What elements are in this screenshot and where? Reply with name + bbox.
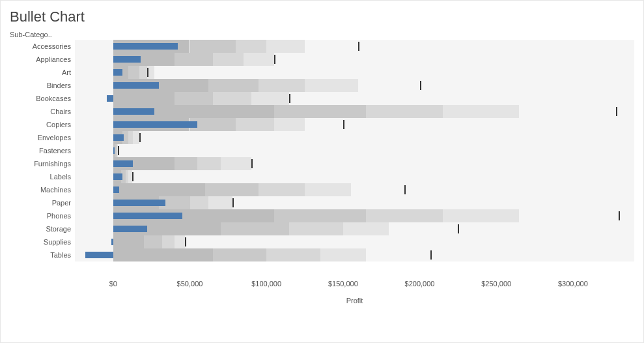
category-label: Storage	[10, 225, 75, 233]
target-marker	[251, 159, 253, 168]
band	[236, 118, 274, 131]
chart-row: Supplies	[10, 235, 634, 248]
target-marker	[619, 211, 620, 220]
band	[266, 248, 320, 261]
value-bar	[113, 134, 124, 141]
chart-row: Tables	[10, 248, 634, 261]
band	[274, 118, 305, 131]
band	[343, 222, 389, 235]
band	[213, 248, 266, 261]
band	[289, 222, 343, 235]
target-marker	[430, 250, 432, 260]
band	[274, 105, 366, 118]
bullet-track	[75, 66, 634, 79]
bullet-track	[75, 53, 634, 66]
bullet-track	[75, 92, 634, 105]
band	[144, 235, 162, 248]
value-bar	[85, 252, 113, 258]
x-tick: $150,000	[328, 280, 358, 288]
band	[133, 131, 139, 144]
target-marker	[358, 42, 359, 51]
value-bar	[113, 56, 141, 63]
bullet-track	[75, 105, 634, 118]
value-bar	[113, 121, 197, 128]
value-bar	[113, 82, 160, 89]
band	[113, 235, 144, 248]
band	[162, 235, 175, 248]
band	[251, 92, 290, 105]
chart-frame: Bullet Chart Sub-Catego.. AccessoriesApp…	[0, 0, 644, 343]
value-bar	[107, 95, 113, 102]
category-label: Accessories	[10, 42, 75, 50]
bullet-track	[75, 248, 634, 261]
x-tick: $250,000	[481, 280, 511, 288]
target-marker	[343, 120, 344, 129]
target-marker	[289, 94, 290, 103]
value-bar	[113, 147, 115, 154]
bullet-track	[75, 183, 634, 196]
band	[366, 209, 443, 222]
x-axis: $0$50,000$100,000$150,000$200,000$250,00…	[75, 280, 634, 290]
target-marker	[458, 224, 459, 233]
band	[175, 92, 213, 105]
bullet-track	[75, 131, 634, 144]
value-bar	[113, 108, 155, 115]
chart-row: Appliances	[10, 53, 634, 66]
chart-row: Paper	[10, 196, 634, 209]
category-label: Copiers	[10, 121, 75, 128]
band	[244, 53, 274, 66]
chart-row: Art	[10, 66, 634, 79]
band	[175, 235, 185, 248]
category-label: Tables	[10, 251, 75, 259]
bullet-track	[75, 209, 634, 222]
value-bar	[113, 186, 119, 193]
x-tick: $50,000	[177, 280, 203, 288]
category-label: Appliances	[10, 55, 75, 63]
band	[190, 40, 236, 53]
chart-rows: AccessoriesAppliancesArtBindersBookcases…	[10, 40, 634, 261]
value-bar	[113, 43, 178, 50]
category-label: Bookcases	[10, 95, 75, 102]
category-label: Fasteners	[10, 147, 75, 155]
chart-row: Envelopes	[10, 131, 634, 144]
value-bar	[113, 69, 122, 76]
band	[305, 183, 351, 196]
band	[113, 183, 205, 196]
category-label: Chairs	[10, 108, 75, 115]
band	[208, 196, 233, 209]
band	[320, 248, 367, 261]
chart-title: Bullet Chart	[10, 8, 634, 25]
band	[366, 105, 443, 118]
bullet-track	[75, 79, 634, 92]
bullet-track	[75, 157, 634, 170]
x-tick: $200,000	[405, 280, 435, 288]
band	[305, 79, 358, 92]
category-label: Machines	[10, 186, 75, 194]
bullet-track	[75, 235, 634, 248]
chart-row: Accessories	[10, 40, 634, 53]
chart-row: Furnishings	[10, 157, 634, 170]
band	[208, 79, 259, 92]
target-marker	[147, 68, 148, 77]
target-marker	[274, 55, 275, 64]
band	[128, 131, 133, 144]
category-label: Paper	[10, 199, 75, 207]
value-bar	[113, 213, 182, 219]
value-bar	[113, 226, 147, 232]
bullet-track	[75, 196, 634, 209]
bullet-track	[75, 118, 634, 131]
category-label: Envelopes	[10, 134, 75, 142]
bullet-track	[75, 40, 634, 53]
chart-row: Binders	[10, 79, 634, 92]
chart-row: Labels	[10, 170, 634, 183]
target-marker	[616, 107, 617, 116]
chart-row: Bookcases	[10, 92, 634, 105]
category-label: Furnishings	[10, 160, 75, 168]
band	[175, 53, 213, 66]
x-tick: $100,000	[251, 280, 281, 288]
value-bar	[113, 200, 165, 206]
chart-row: Copiers	[10, 118, 634, 131]
target-marker	[139, 133, 141, 142]
band	[236, 40, 266, 53]
target-marker	[420, 81, 421, 90]
